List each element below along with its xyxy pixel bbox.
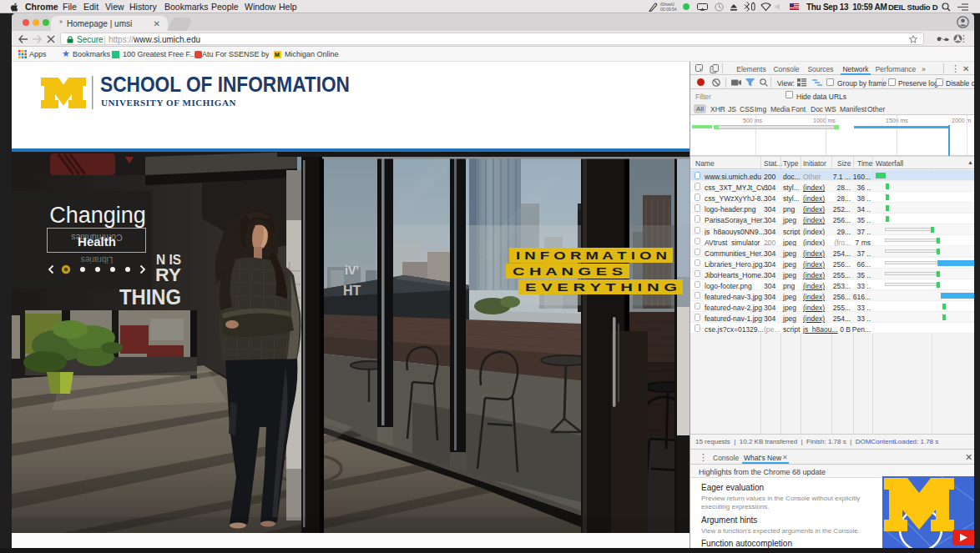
svg-text:SCHOOL OF INFORMATION: SCHOOL OF INFORMATION xyxy=(100,72,350,97)
svg-text:UNIVERSITY OF MICHIGAN: UNIVERSITY OF MICHIGAN xyxy=(101,98,236,108)
